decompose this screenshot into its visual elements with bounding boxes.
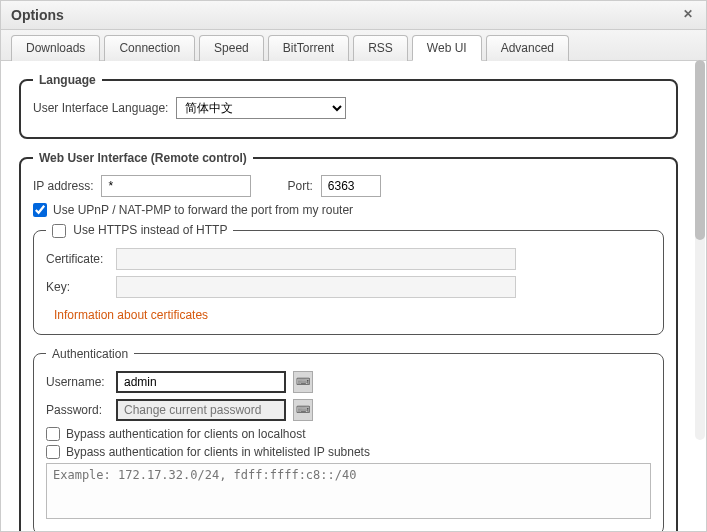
- language-select[interactable]: 简体中文: [176, 97, 346, 119]
- https-checkbox[interactable]: [52, 224, 66, 238]
- ip-input[interactable]: [101, 175, 251, 197]
- whitelist-textarea[interactable]: [46, 463, 651, 519]
- auth-fieldset: Authentication Username: ⌨ Password: ⌨ B…: [33, 347, 664, 531]
- upnp-label: Use UPnP / NAT-PMP to forward the port f…: [53, 203, 353, 217]
- bypass-localhost-label: Bypass authentication for clients on loc…: [66, 427, 305, 441]
- port-input[interactable]: [321, 175, 381, 197]
- language-fieldset: Language User Interface Language: 简体中文: [19, 73, 678, 139]
- webui-fieldset: Web User Interface (Remote control) IP a…: [19, 151, 678, 531]
- tab-rss[interactable]: RSS: [353, 35, 408, 61]
- bypass-whitelist-label: Bypass authentication for clients in whi…: [66, 445, 370, 459]
- tab-bar: Downloads Connection Speed BitTorrent RS…: [1, 30, 706, 61]
- key-label: Key:: [46, 280, 108, 294]
- options-dialog: Options ✕ Downloads Connection Speed Bit…: [0, 0, 707, 532]
- https-legend-text: Use HTTPS instead of HTTP: [73, 223, 227, 237]
- ip-label: IP address:: [33, 179, 93, 193]
- tab-advanced[interactable]: Advanced: [486, 35, 569, 61]
- tab-speed[interactable]: Speed: [199, 35, 264, 61]
- username-label: Username:: [46, 375, 108, 389]
- tab-downloads[interactable]: Downloads: [11, 35, 100, 61]
- https-fieldset: Use HTTPS instead of HTTP Certificate: K…: [33, 223, 664, 335]
- bypass-localhost-checkbox[interactable]: [46, 427, 60, 441]
- keyboard-icon: ⌨: [293, 399, 313, 421]
- username-input[interactable]: [116, 371, 286, 393]
- dialog-title: Options: [11, 7, 64, 23]
- cert-label: Certificate:: [46, 252, 108, 266]
- password-label: Password:: [46, 403, 108, 417]
- titlebar: Options ✕: [1, 1, 706, 30]
- tab-connection[interactable]: Connection: [104, 35, 195, 61]
- upnp-checkbox[interactable]: [33, 203, 47, 217]
- https-legend: Use HTTPS instead of HTTP: [46, 223, 233, 238]
- tab-bittorrent[interactable]: BitTorrent: [268, 35, 349, 61]
- language-legend: Language: [33, 73, 102, 87]
- scrollbar-thumb[interactable]: [695, 60, 705, 240]
- bypass-whitelist-checkbox[interactable]: [46, 445, 60, 459]
- cert-info-link[interactable]: Information about certificates: [54, 308, 208, 322]
- port-label: Port:: [287, 179, 312, 193]
- tab-web-ui[interactable]: Web UI: [412, 35, 482, 61]
- content-area: Language User Interface Language: 简体中文 W…: [1, 61, 706, 531]
- key-input[interactable]: [116, 276, 516, 298]
- password-input[interactable]: [116, 399, 286, 421]
- auth-legend: Authentication: [46, 347, 134, 361]
- cert-input[interactable]: [116, 248, 516, 270]
- close-icon[interactable]: ✕: [680, 7, 696, 23]
- keyboard-icon: ⌨: [293, 371, 313, 393]
- webui-legend: Web User Interface (Remote control): [33, 151, 253, 165]
- language-label: User Interface Language:: [33, 101, 168, 115]
